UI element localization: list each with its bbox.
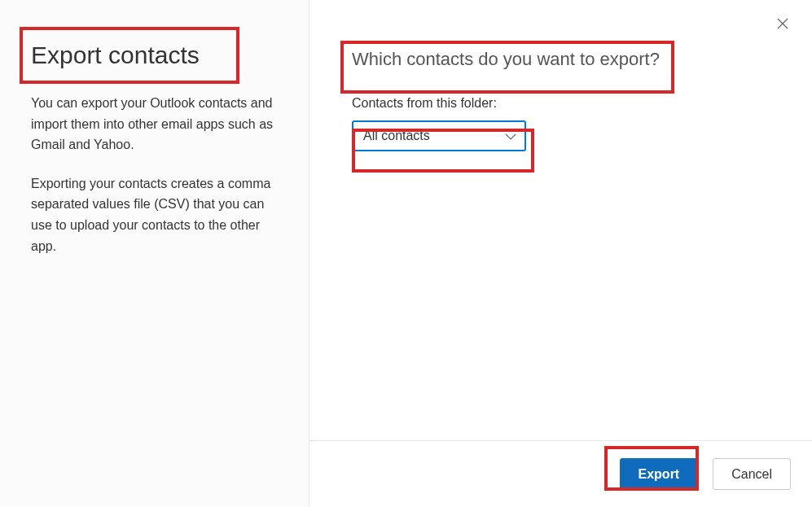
cancel-button[interactable]: Cancel: [713, 458, 791, 490]
description-paragraph-2: Exporting your contacts creates a comma …: [31, 173, 283, 256]
folder-select-wrapper: All contacts: [352, 120, 526, 151]
description-paragraph-1: You can export your Outlook contacts and…: [31, 93, 283, 155]
close-button[interactable]: [771, 13, 794, 36]
export-contacts-dialog: Export contacts You can export your Outl…: [0, 0, 812, 507]
right-panel: Which contacts do you want to export? Co…: [309, 0, 812, 507]
page-title: Export contacts: [31, 41, 283, 70]
folder-label: Contacts from this folder:: [352, 96, 773, 111]
question-heading: Which contacts do you want to export?: [352, 49, 773, 70]
dialog-footer: Export Cancel: [309, 440, 812, 507]
folder-select-value: All contacts: [363, 129, 430, 143]
close-icon: [777, 18, 788, 32]
right-content: Which contacts do you want to export? Co…: [352, 49, 773, 481]
export-button[interactable]: Export: [620, 458, 699, 490]
left-panel: Export contacts You can export your Outl…: [0, 0, 309, 507]
folder-select[interactable]: All contacts: [352, 120, 526, 151]
